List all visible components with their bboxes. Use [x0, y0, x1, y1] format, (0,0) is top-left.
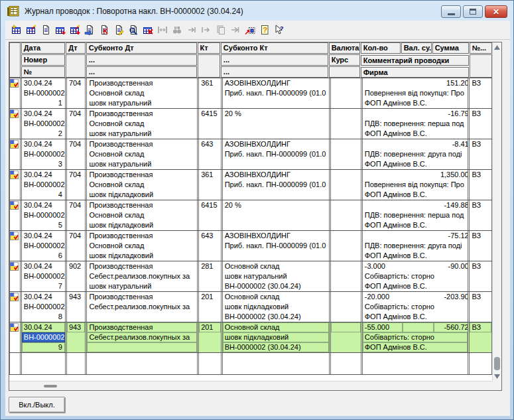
- currency-value[interactable]: [331, 200, 360, 210]
- cell-journal[interactable]: ВЗ: [469, 261, 492, 291]
- cell-amounts[interactable]: 1,350.00Повернення від покупця: ПроФОП А…: [362, 170, 469, 200]
- credit-subkonto-line[interactable]: ВН-0000002 (30.04.24): [223, 312, 330, 322]
- cell-sum[interactable]: -8.41: [434, 139, 469, 149]
- minimize-button[interactable]: [441, 5, 461, 18]
- cell-amounts[interactable]: -16.79ПДВ: повернення: перша подФОП Адмі…: [362, 109, 469, 139]
- table-row[interactable]: 30.04.24ВН-00000025704ПроизводственнаяОс…: [9, 200, 492, 230]
- cell-amounts[interactable]: -3.000-90.00Собівартість: сторноФОП Адмі…: [362, 261, 469, 291]
- header-currency[interactable]: Валюта: [329, 42, 360, 54]
- debit-subkonto-line[interactable]: Производственная: [87, 109, 197, 119]
- table-row[interactable]: 30.04.24ВН-00000028943ПроизводственнаяСе…: [9, 291, 492, 322]
- table-row[interactable]: 30.04.24ВН-00000029943ПроизводственнаяСе…: [9, 322, 492, 352]
- credit-subkonto-line[interactable]: ВН-0000002 (30.04.24): [223, 281, 330, 291]
- journal-value[interactable]: ВЗ: [470, 170, 491, 180]
- copy-document-button[interactable]: [82, 23, 97, 37]
- cell-credit-account[interactable]: 281: [198, 261, 222, 291]
- cell-journal[interactable]: ВЗ: [469, 78, 492, 108]
- cell-sum[interactable]: -90.00: [434, 261, 469, 271]
- credit-account-value[interactable]: 6415: [199, 109, 221, 119]
- currency-value[interactable]: [331, 78, 360, 88]
- cell-amounts[interactable]: -75.12ПДВ: повернення: друга подіФОП Адм…: [362, 231, 469, 261]
- cell-debit-subkonto[interactable]: ПроизводственнаяСебест.реализов.покупных…: [86, 292, 198, 322]
- journal-value[interactable]: ВЗ: [470, 322, 491, 332]
- cell-quantity[interactable]: [363, 139, 403, 149]
- cell-currency-sum[interactable]: [403, 322, 434, 332]
- cell-journal[interactable]: ВЗ: [469, 322, 492, 352]
- debit-account-value[interactable]: 943: [67, 322, 86, 332]
- cell-credit-account[interactable]: 361: [198, 170, 222, 200]
- horizontal-scrollbar[interactable]: [9, 381, 492, 390]
- cell-debit-subkonto[interactable]: ПроизводственнаяОсновной складшовк підкл…: [86, 170, 198, 200]
- credit-subkonto-line[interactable]: Основной склад: [223, 322, 330, 332]
- cell-debit-account[interactable]: 704: [66, 200, 86, 230]
- cell-debit-account[interactable]: 704: [66, 231, 86, 261]
- add-line-button[interactable]: [53, 23, 68, 37]
- entry-icon-cell[interactable]: [9, 200, 21, 230]
- table-row[interactable]: 30.04.24ВН-00000022704ПроизводственнаяОс…: [9, 108, 492, 139]
- credit-subkonto-line[interactable]: шовк натуральний: [223, 271, 330, 281]
- header-debit[interactable]: Дт: [66, 42, 85, 54]
- header-comment[interactable]: Комментарий проводки: [361, 55, 469, 66]
- scroll-up-button[interactable]: [493, 42, 501, 52]
- cell-comment[interactable]: Собівартість: сторно: [363, 271, 468, 281]
- vertical-scrollbar[interactable]: [492, 42, 501, 381]
- header-debit-empty[interactable]: [66, 54, 85, 78]
- cell-debit-account[interactable]: 704: [66, 170, 86, 200]
- credit-account-value[interactable]: 201: [199, 292, 221, 302]
- cell-debit-account[interactable]: 704: [66, 139, 86, 169]
- debit-subkonto-line[interactable]: шовк підкладковий: [87, 251, 197, 261]
- currency-value[interactable]: [331, 109, 360, 119]
- cell-comment[interactable]: Собівартість: сторно: [363, 332, 468, 342]
- credit-account-value[interactable]: 201: [199, 322, 221, 332]
- cell-number[interactable]: ВН-0000002: [22, 210, 65, 220]
- debit-subkonto-line[interactable]: шовк підкладковий: [87, 190, 197, 200]
- cell-debit-account[interactable]: 704: [66, 78, 86, 108]
- header-icon-col[interactable]: [9, 42, 21, 78]
- cell-credit-account[interactable]: 201: [198, 322, 222, 352]
- debit-subkonto-line[interactable]: Себест.реализов.покупных за: [87, 271, 197, 281]
- journal-value[interactable]: ВЗ: [470, 109, 491, 119]
- goto-operation-button[interactable]: [243, 23, 257, 37]
- help-button[interactable]: ?: [257, 23, 272, 37]
- cell-line-number[interactable]: 8: [22, 312, 65, 322]
- header-subkonto-dt-3[interactable]: ...: [86, 66, 197, 78]
- cell-debit-subkonto[interactable]: ПроизводственнаяОсновной складшовк натур…: [86, 109, 198, 139]
- debit-account-value[interactable]: 704: [67, 231, 86, 241]
- cell-date-group[interactable]: 30.04.24ВН-00000029: [21, 322, 66, 352]
- credit-subkonto-line[interactable]: [223, 98, 330, 108]
- cell-date-group[interactable]: 30.04.24ВН-00000023: [21, 139, 66, 169]
- cell-debit-account[interactable]: 943: [66, 292, 86, 322]
- credit-subkonto-line[interactable]: Основной склад: [223, 261, 330, 271]
- cell-journal[interactable]: ВЗ: [469, 170, 492, 200]
- cell-firm[interactable]: ФОП Адмінов В.С.: [363, 281, 468, 291]
- cell-currency[interactable]: [330, 200, 361, 230]
- cell-journal[interactable]: ВЗ: [469, 139, 492, 169]
- cell-number[interactable]: ВН-0000002: [22, 332, 65, 342]
- cell-firm[interactable]: ФОП Адмінов В.С.: [363, 312, 468, 322]
- cell-date-group[interactable]: 30.04.24ВН-00000028: [21, 292, 66, 322]
- cell-debit-subkonto[interactable]: ПроизводственнаяОсновной складшовк натур…: [86, 78, 198, 108]
- debit-subkonto-line[interactable]: Производственная: [87, 322, 197, 332]
- header-subkonto-dt[interactable]: Субконто Дт: [86, 42, 197, 54]
- find-in-journal-button[interactable]: [126, 23, 141, 37]
- cell-currency-sum[interactable]: [403, 170, 434, 180]
- cell-firm[interactable]: ФОП Адмінов В.С.: [363, 342, 468, 352]
- cell-number[interactable]: ВН-0000002: [22, 271, 65, 281]
- titlebar[interactable]: Журнал проводок : Поворотна накл. ВН-000…: [3, 2, 511, 20]
- cell-date[interactable]: 30.04.24: [22, 139, 65, 149]
- cell-credit-subkonto[interactable]: Основной складшовк підкладковийВН-000000…: [222, 322, 330, 352]
- credit-subkonto-line[interactable]: [223, 220, 330, 230]
- header-subkonto-kt-3[interactable]: ...: [221, 66, 328, 78]
- cell-credit-account[interactable]: 643: [198, 231, 222, 261]
- cell-line-number[interactable]: 9: [22, 342, 65, 352]
- cell-date-group[interactable]: 30.04.24ВН-00000022: [21, 109, 66, 139]
- scroll-down-button[interactable]: [493, 372, 501, 381]
- journal-value[interactable]: ВЗ: [470, 292, 491, 302]
- cell-firm[interactable]: ФОП Адмінов В.С.: [363, 251, 468, 261]
- cell-sum[interactable]: -560.72: [434, 322, 469, 332]
- debit-subkonto-line[interactable]: шовк натуральний: [87, 129, 197, 139]
- journal-value[interactable]: ВЗ: [470, 78, 491, 88]
- credit-subkonto-line[interactable]: ВН-0000002 (30.04.24): [223, 342, 330, 352]
- horizontal-scroll-thumb[interactable]: [44, 385, 57, 387]
- journal-value[interactable]: ВЗ: [470, 139, 491, 149]
